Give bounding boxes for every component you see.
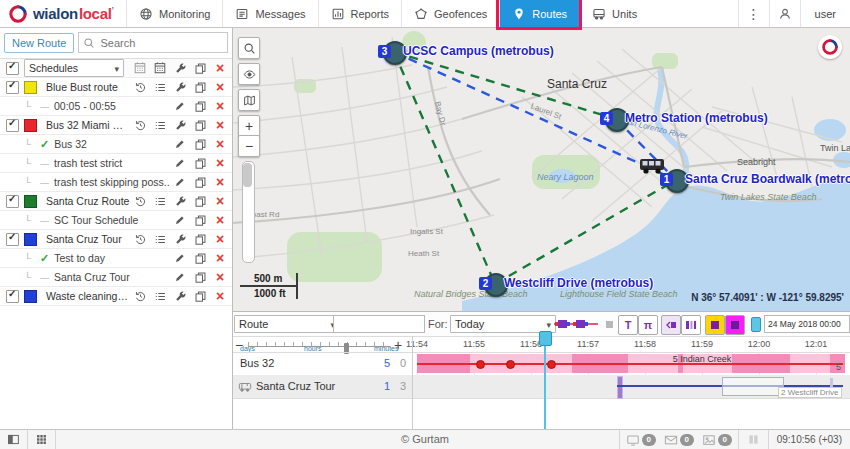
- mail-indicator[interactable]: 0: [664, 433, 694, 447]
- map-search-button[interactable]: [238, 37, 260, 59]
- timeline-filter-input[interactable]: [333, 315, 425, 333]
- time-cursor-handle[interactable]: [539, 331, 552, 346]
- timeline-date-input[interactable]: 24 May 2018 00:00: [764, 315, 850, 333]
- tab-geofences[interactable]: Geofences: [401, 0, 499, 27]
- tab-routes-active[interactable]: Routes: [499, 0, 579, 27]
- delete-icon-button[interactable]: [210, 139, 230, 149]
- ride-band[interactable]: 5 Indian Creek 5: [417, 354, 845, 373]
- schedule-name[interactable]: Bus 32: [54, 138, 87, 150]
- search-input[interactable]: [98, 36, 223, 50]
- delete-icon-button[interactable]: [210, 82, 230, 92]
- route-name[interactable]: Santa Cruz Tour: [40, 233, 130, 245]
- properties-wrench-icon-button[interactable]: [170, 290, 190, 303]
- schedule-name[interactable]: SC Tour Schedule: [54, 214, 138, 226]
- checkpoint-window-box[interactable]: [722, 377, 784, 396]
- new-route-button[interactable]: New Route: [4, 33, 74, 53]
- route-name[interactable]: Santa Cruz Route: [40, 195, 130, 207]
- list-icon-button[interactable]: [150, 119, 170, 132]
- route-color-swatch[interactable]: [24, 195, 37, 208]
- copy-icon-button[interactable]: [190, 81, 210, 94]
- timeline-mode-select[interactable]: Route: [234, 315, 340, 333]
- route-checkbox[interactable]: [6, 81, 19, 94]
- map-layers-button[interactable]: [238, 89, 260, 111]
- schedule-history-icon-button[interactable]: [130, 195, 150, 208]
- copy-icon-button[interactable]: [190, 100, 210, 113]
- map-zoom-slider[interactable]: [242, 161, 255, 263]
- route-row[interactable]: Waste cleaning route: [0, 287, 232, 306]
- delete-icon-button[interactable]: [210, 253, 230, 263]
- schedule-history-icon-button[interactable]: [130, 81, 150, 94]
- checkpoint-dot[interactable]: [547, 360, 556, 369]
- delete-icon-button[interactable]: [210, 215, 230, 225]
- properties-wrench-icon-button[interactable]: [170, 195, 190, 208]
- copy-icon-button[interactable]: [190, 119, 210, 132]
- search-box[interactable]: [78, 32, 228, 53]
- route-checkbox[interactable]: [6, 119, 19, 132]
- schedules-select[interactable]: Schedules: [24, 59, 124, 77]
- checkpoint-dot[interactable]: [476, 360, 485, 369]
- properties-wrench-icon-button[interactable]: [170, 119, 190, 132]
- route-name[interactable]: Blue Bust route: [40, 81, 130, 93]
- toggle-offset-button[interactable]: [661, 315, 681, 335]
- wialon-logo[interactable]: wialonlocal: [0, 0, 126, 27]
- map-visibility-button[interactable]: [238, 63, 260, 85]
- schedule-name[interactable]: trash test strict: [54, 157, 122, 169]
- schedule-name[interactable]: trash test skipping poss...: [54, 176, 170, 188]
- checkpoint-dot[interactable]: [506, 360, 515, 369]
- list-icon-button[interactable]: [150, 81, 170, 94]
- tab-reports[interactable]: Reports: [318, 0, 402, 27]
- copy-icon-button[interactable]: [190, 233, 210, 246]
- delete-icon-button[interactable]: [210, 177, 230, 187]
- copy-icon-button[interactable]: [190, 157, 210, 170]
- delete-icon-button[interactable]: [210, 63, 230, 73]
- schedule-history-icon-button[interactable]: [130, 290, 150, 303]
- copy-icon-button[interactable]: [190, 290, 210, 303]
- apps-grid-button[interactable]: [28, 430, 56, 449]
- toggle-double-labels-button[interactable]: π: [638, 315, 658, 335]
- route-name[interactable]: Waste cleaning route: [40, 290, 130, 302]
- delete-icon-button[interactable]: [210, 196, 230, 206]
- copy-icon-button[interactable]: [190, 195, 210, 208]
- tab-messages[interactable]: Messages: [222, 0, 317, 27]
- delete-icon-button[interactable]: [210, 291, 230, 301]
- edit-pencil-icon-button[interactable]: [170, 271, 190, 283]
- list-icon-button[interactable]: [150, 195, 170, 208]
- delete-icon-button[interactable]: [210, 158, 230, 168]
- properties-wrench-icon-button[interactable]: [170, 233, 190, 246]
- copy-icon-button[interactable]: [190, 214, 210, 227]
- columns-view-button[interactable]: [738, 430, 768, 449]
- timeline-row-santa-cruz-tour[interactable]: Santa Cruz Tour 1 3 2 Westcliff Drive: [232, 375, 850, 399]
- schedule-row[interactable]: trash test skipping poss...: [0, 173, 232, 192]
- map-zoom-slider-handle[interactable]: [243, 163, 252, 187]
- tab-monitoring[interactable]: Monitoring: [126, 0, 222, 27]
- route-checkbox[interactable]: [6, 233, 19, 246]
- map[interactable]: Santa Cruz Neary Lagoon Seabright Twin L…: [232, 27, 850, 311]
- schedule-row[interactable]: Bus 32: [0, 135, 232, 154]
- select-all-checkbox[interactable]: [6, 62, 19, 75]
- toggle-stripes-button[interactable]: [681, 315, 701, 335]
- edit-pencil-icon-button[interactable]: [170, 100, 190, 112]
- route-row[interactable]: Santa Cruz Tour: [0, 230, 232, 249]
- edit-pencil-icon-button[interactable]: [170, 157, 190, 169]
- delete-icon-button[interactable]: [210, 101, 230, 111]
- route-checkbox[interactable]: [6, 290, 19, 303]
- zoom-out-button[interactable]: [238, 135, 260, 157]
- delete-icon-button[interactable]: [210, 120, 230, 130]
- edit-pencil-icon-button[interactable]: [170, 176, 190, 188]
- list-icon-button[interactable]: [150, 290, 170, 303]
- copy-icon-button[interactable]: [190, 271, 210, 284]
- copy-icon-button[interactable]: [190, 176, 210, 189]
- copy-icon-button[interactable]: [190, 62, 210, 75]
- edit-pencil-icon-button[interactable]: [170, 138, 190, 150]
- schedule-row[interactable]: Santa Cruz Tour: [0, 268, 232, 287]
- schedule-name[interactable]: 00:05 - 00:55: [54, 100, 116, 112]
- overflow-menu-button[interactable]: [738, 0, 769, 27]
- schedule-history-icon-button[interactable]: [130, 233, 150, 246]
- timetable-icon-button[interactable]: [130, 61, 150, 75]
- route-name[interactable]: Bus 32 Miami Route: [40, 119, 130, 131]
- route-color-swatch[interactable]: [24, 233, 37, 246]
- route-color-swatch[interactable]: [24, 290, 37, 303]
- toggle-text-labels-button[interactable]: T: [618, 315, 638, 335]
- properties-wrench-icon-button[interactable]: [170, 62, 190, 75]
- user-account-button[interactable]: [769, 0, 800, 27]
